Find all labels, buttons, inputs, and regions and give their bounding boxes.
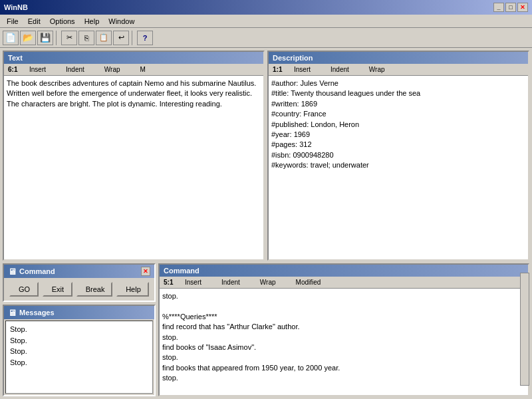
description-line: #isbn: 0900948280 [271,150,525,160]
command-line: stop. [162,373,525,383]
command-line: stop. [162,291,525,301]
text-m-label: M [138,66,148,73]
cmd-insert-label: Insert [182,279,204,286]
undo-button[interactable]: ↩ [113,31,129,45]
command-small-header: 🖥 Command ✕ [4,265,154,278]
description-line: #year: 1969 [271,130,525,140]
description-panel-header: Description [269,52,528,64]
message-line: Stop. [10,357,148,368]
help-button[interactable]: ? [137,31,153,45]
messages-header: 🖥 Messages [4,306,154,319]
description-panel-title: Description [273,54,313,62]
paste-button[interactable]: 📋 [96,31,112,45]
command-line: find books that appeared from 1950 year,… [162,363,525,373]
text-panel: Text 6:1 Insert Indent Wrap M The book d… [3,51,265,261]
desc-wrap-label: Wrap [366,66,388,73]
command-line [162,301,525,311]
description-line: #keywords: travel; underwater [271,160,525,170]
command-large-title: Command [164,267,200,275]
text-panel-toolbar: 6:1 Insert Indent Wrap M [4,64,263,76]
text-position: 6:1 [5,66,25,73]
open-button[interactable]: 📂 [20,31,36,45]
menu-file[interactable]: File [3,17,23,26]
go-button[interactable]: GO [9,282,39,297]
messages-panel: 🖥 Messages Stop.Stop.Stop.Stop. [3,305,156,396]
command-line: stop. [162,332,525,342]
title-bar: WinNB _ □ ✕ [0,0,532,15]
command-line: find books of "Isaac Asimov". [162,342,525,352]
messages-icon: 🖥 [8,308,17,318]
cmd-wrap-label: Wrap [257,279,279,286]
desc-position: 1:1 [270,66,290,73]
cmd-modified-label: Modified [293,279,324,286]
text-panel-content[interactable]: The book describes adventures of captain… [4,76,263,259]
cut-button[interactable]: ✂ [61,31,77,45]
text-panel-header: Text [4,52,263,64]
desc-insert-label: Insert [291,66,313,73]
cmd-position: 5:1 [161,279,181,286]
cmd-help-button[interactable]: Help [116,282,149,297]
command-icon: 🖥 [8,267,17,277]
command-large-header: Command [160,265,528,277]
menu-window[interactable]: Window [104,17,138,26]
break-button[interactable]: Break [76,282,112,297]
left-bottom-stack: 🖥 Command ✕ GO Exit Break Help 🖥 Message… [3,263,156,396]
menu-bar: File Edit Options Help Window [0,15,532,28]
command-large-toolbar: 5:1 Insert Indent Wrap Modified [160,277,528,289]
title-bar-buttons: _ □ ✕ [493,3,528,12]
close-button[interactable]: ✕ [517,3,528,12]
command-small-title: Command [19,267,55,275]
minimize-button[interactable]: _ [493,3,504,12]
desc-indent-label: Indent [328,66,352,73]
description-panel-toolbar: 1:1 Insert Indent Wrap [269,64,528,76]
description-line: #published: London, Heron [271,120,525,130]
description-line: #country: France [271,109,525,119]
command-buttons-row: GO Exit Break Help [4,278,154,301]
menu-help[interactable]: Help [80,17,104,26]
cmd-indent-label: Indent [219,279,243,286]
command-small-panel: 🖥 Command ✕ GO Exit Break Help [3,263,156,302]
exit-button[interactable]: Exit [43,282,72,297]
description-panel: Description 1:1 Insert Indent Wrap #auth… [267,51,529,261]
toolbar: 📄 📂 💾 ✂ ⎘ 📋 ↩ ? [0,28,532,48]
text-indent-label: Indent [63,66,87,73]
message-line: Stop. [10,335,148,346]
maximize-button[interactable]: □ [505,3,516,12]
command-line: find record that has "Arthur Clarke" aut… [162,322,525,332]
toolbar-sep-2 [132,31,134,45]
description-line: #author: Jules Verne [271,78,525,88]
description-line: #written: 1869 [271,99,525,109]
toolbar-sep-1 [56,31,59,45]
text-insert-label: Insert [27,66,49,73]
command-line: %****Queries**** [162,312,525,322]
command-large-content[interactable]: stop. %****Queries****find record that h… [160,289,528,395]
bottom-area: 🖥 Command ✕ GO Exit Break Help 🖥 Message… [3,263,529,396]
command-close-button[interactable]: ✕ [141,267,150,276]
description-line: #title: Twenty thousand leagues under th… [271,88,525,98]
menu-options[interactable]: Options [46,17,79,26]
save-button[interactable]: 💾 [37,31,53,45]
text-wrap-label: Wrap [102,66,123,73]
new-button[interactable]: 📄 [3,31,19,45]
title-bar-text: WinNB [4,3,28,11]
command-large-panel: Command 5:1 Insert Indent Wrap Modified … [158,263,529,396]
vertical-scrollbar[interactable] [520,273,529,386]
message-line: Stop. [10,324,148,335]
command-line: stop. [162,352,525,362]
description-line: #pages: 312 [271,140,525,150]
menu-edit[interactable]: Edit [24,17,45,26]
description-panel-content[interactable]: #author: Jules Verne#title: Twenty thous… [269,76,528,259]
main-grid: Text 6:1 Insert Indent Wrap M The book d… [0,48,532,399]
message-line: Stop. [10,346,148,357]
text-content: The book describes adventures of captain… [7,79,256,108]
copy-button[interactable]: ⎘ [78,31,94,45]
messages-content: Stop.Stop.Stop.Stop. [5,321,153,394]
messages-title: Messages [19,309,55,317]
text-panel-title: Text [8,54,23,62]
